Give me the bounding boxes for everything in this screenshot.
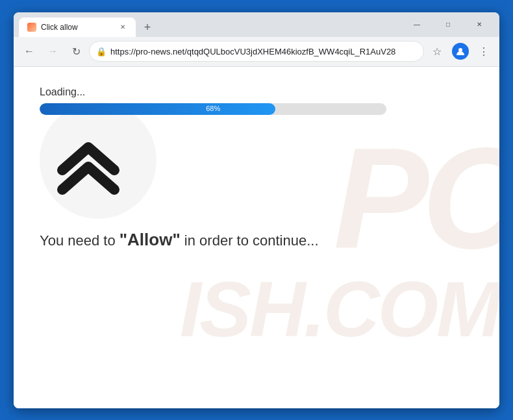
page-content: PC ISH.COM Loading... 68% [14, 67, 499, 408]
double-chevron-icon [53, 134, 124, 206]
allow-text-quote: "Allow" [119, 230, 181, 249]
forward-button[interactable]: → [42, 41, 63, 62]
favicon-icon [27, 23, 36, 32]
allow-text: You need to "Allow" in order to continue… [40, 228, 319, 251]
chevrons-wrapper [53, 134, 124, 208]
allow-text-start: You need to [40, 232, 119, 249]
account-avatar [452, 43, 469, 60]
browser-menu-button[interactable]: ⋮ [473, 41, 494, 62]
url-protocol: https:// [110, 47, 136, 56]
minimize-button[interactable]: — [402, 15, 432, 34]
content-inner: Loading... 68% You need to [14, 67, 499, 271]
url-domain: pro-news.net [136, 47, 184, 56]
tab-title: Click allow [41, 23, 114, 32]
browser-window: Click allow ✕ + — □ ✕ ← → ↻ 🔒 https://pr… [14, 12, 499, 408]
account-button[interactable] [450, 41, 471, 62]
lock-icon: 🔒 [96, 47, 106, 56]
title-bar: Click allow ✕ + — □ ✕ [14, 12, 499, 37]
url-path: /qtqdQULbocVU3jdXHEM46kiozfB_WW4cqiL_R1A… [184, 47, 395, 56]
loading-section: Loading... 68% [40, 86, 473, 115]
loading-label: Loading... [40, 86, 473, 98]
back-button[interactable]: ← [19, 41, 40, 62]
active-tab[interactable]: Click allow ✕ [19, 18, 136, 37]
tab-favicon [27, 22, 37, 32]
new-tab-button[interactable]: + [138, 19, 156, 37]
tabs-area: Click allow ✕ + [19, 12, 402, 37]
navigation-bar: ← → ↻ 🔒 https://pro-news.net/qtqdQULbocV… [14, 37, 499, 67]
allow-text-end: in order to continue... [181, 232, 319, 249]
tab-close-button[interactable]: ✕ [118, 22, 128, 32]
refresh-button[interactable]: ↻ [66, 41, 86, 62]
progress-bar-container: 68% [40, 103, 386, 115]
url-display: https://pro-news.net/qtqdQULbocVU3jdXHEM… [110, 47, 417, 56]
progress-bar-fill [40, 103, 275, 115]
address-bar[interactable]: 🔒 https://pro-news.net/qtqdQULbocVU3jdXH… [89, 41, 424, 62]
bookmark-button[interactable]: ☆ [427, 41, 447, 62]
progress-label: 68% [206, 105, 220, 112]
close-button[interactable]: ✕ [464, 15, 494, 34]
window-controls: — □ ✕ [402, 15, 494, 34]
maximize-button[interactable]: □ [433, 15, 463, 34]
watermark-ish: ISH.COM [180, 270, 499, 348]
